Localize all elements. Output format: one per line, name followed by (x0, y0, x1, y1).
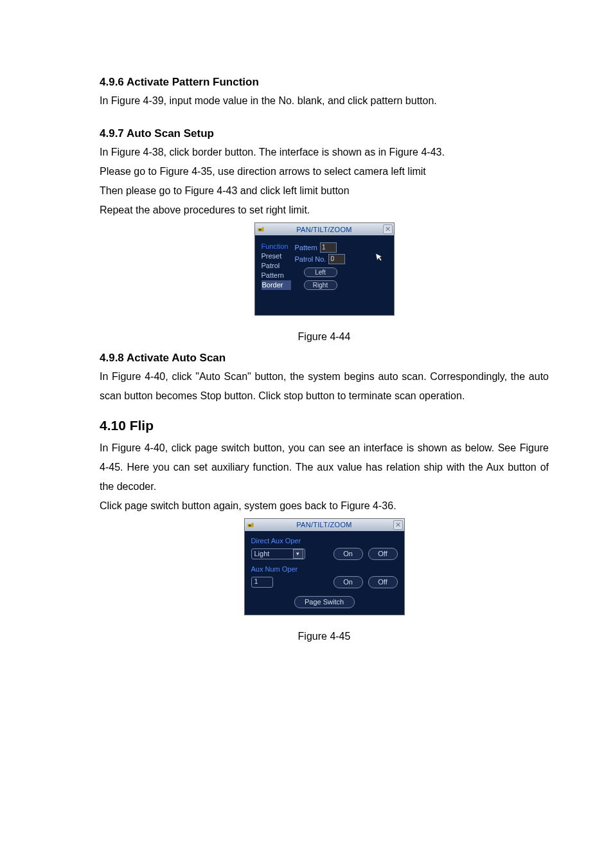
left-button[interactable]: Left (304, 267, 337, 277)
auxnum-off-button[interactable]: Off (368, 576, 398, 588)
document-page: 4.9.6 Activate Pattern Function In Figur… (0, 0, 613, 868)
svg-point-0 (259, 229, 261, 231)
function-item-patrol[interactable]: Patrol (262, 261, 291, 271)
dialog-title: PAN/TILT/ZOOM (256, 521, 404, 529)
settings-column: Pattern 1 Patrol No. 0 Left Right (295, 242, 346, 306)
close-icon[interactable]: ✕ (383, 224, 393, 234)
svg-point-1 (249, 525, 251, 527)
cursor-icon (375, 251, 384, 263)
para-4-9-7-2: Please go to Figure 4-35, use direction … (100, 162, 549, 181)
camera-icon (255, 223, 267, 235)
page-switch-button[interactable]: Page Switch (294, 596, 355, 608)
aux-num-input[interactable]: 1 (251, 577, 273, 588)
direct-off-button[interactable]: Off (368, 548, 398, 560)
close-icon[interactable]: ✕ (393, 520, 403, 530)
figure-caption-4-44: Figure 4-44 (100, 331, 549, 343)
patrol-no-input[interactable]: 0 (328, 254, 345, 264)
chevron-down-icon[interactable]: ▾ (293, 549, 303, 559)
heading-4-9-6: 4.9.6 Activate Pattern Function (100, 76, 549, 89)
para-4-9-7-1: In Figure 4-38, click border button. The… (100, 143, 549, 162)
heading-4-10: 4.10 Flip (100, 418, 549, 433)
pattern-value-input[interactable]: 1 (320, 242, 337, 253)
camera-icon (245, 519, 256, 531)
direct-on-button[interactable]: On (333, 548, 363, 560)
aux-num-label: Aux Num Oper (251, 565, 398, 573)
dialog-titlebar[interactable]: PAN/TILT/ZOOM ✕ (245, 519, 404, 531)
aux-select[interactable]: Light ▾ (251, 548, 305, 559)
aux-select-value: Light (254, 550, 270, 557)
auxnum-on-button[interactable]: On (333, 576, 363, 588)
patrol-no-label: Patrol No. (295, 255, 326, 263)
function-header: Function (262, 242, 291, 251)
direct-aux-label: Direct Aux Oper (251, 537, 398, 545)
function-item-pattern[interactable]: Pattern (262, 271, 291, 280)
heading-4-9-8: 4.9.8 Activate Auto Scan (100, 352, 549, 365)
function-list[interactable]: Function Preset Patrol Pattern Border (262, 242, 291, 306)
function-item-preset[interactable]: Preset (262, 251, 291, 261)
figure-caption-4-45: Figure 4-45 (100, 631, 549, 642)
heading-4-9-7: 4.9.7 Auto Scan Setup (100, 127, 549, 140)
ptz-dialog-border: PAN/TILT/ZOOM ✕ Function Preset Patrol P… (254, 222, 395, 316)
para-4-10-2: Click page switch button again, system g… (100, 496, 549, 516)
para-4-9-7-4: Repeat the above procedures to set right… (100, 201, 549, 220)
para-4-9-6-1: In Figure 4-39, input mode value in the … (100, 91, 549, 111)
dialog-title: PAN/TILT/ZOOM (267, 226, 394, 233)
ptz-dialog-aux: PAN/TILT/ZOOM ✕ Direct Aux Oper Light ▾ … (244, 518, 405, 615)
para-4-10-1: In Figure 4-40, click page switch button… (100, 439, 549, 496)
pattern-label: Pattern (295, 244, 317, 251)
para-4-9-8-1: In Figure 4-40, click "Auto Scan" button… (100, 367, 549, 406)
right-button[interactable]: Right (304, 280, 337, 290)
dialog-titlebar[interactable]: PAN/TILT/ZOOM ✕ (255, 223, 394, 235)
para-4-9-7-3: Then please go to Figure 4-43 and click … (100, 181, 549, 201)
function-item-border[interactable]: Border (262, 280, 291, 290)
